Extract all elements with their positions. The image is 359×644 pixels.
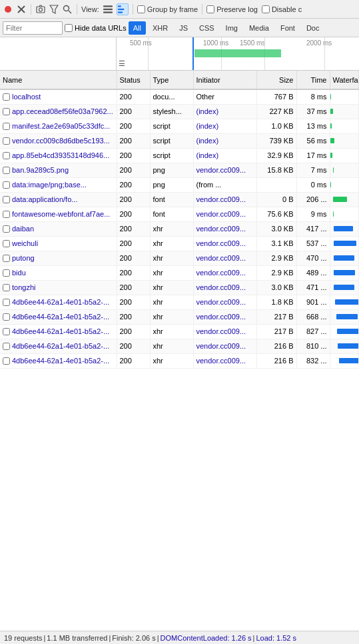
- name-text[interactable]: manifest.2ae2e69a05c33dfc...: [12, 122, 110, 130]
- search-icon[interactable]: [62, 4, 73, 15]
- name-text[interactable]: tongzhi: [12, 283, 35, 291]
- name-text[interactable]: 4db6ee44-62a1-4e01-b5a2-...: [12, 327, 109, 335]
- disable-cache-checkbox[interactable]: Disable c: [262, 5, 302, 13]
- table-row[interactable]: fontawesome-webfont.af7ae...200fontvendo…: [0, 207, 359, 221]
- clear-icon[interactable]: [16, 4, 27, 15]
- initiator-link[interactable]: vendor.cc009...: [196, 357, 246, 365]
- col-header-initiator[interactable]: Initiator: [193, 71, 256, 89]
- name-text[interactable]: daiban: [12, 225, 34, 233]
- row-checkbox[interactable]: [3, 255, 10, 262]
- initiator-link[interactable]: vendor.cc009...: [196, 283, 246, 291]
- row-checkbox[interactable]: [3, 137, 10, 145]
- row-checkbox[interactable]: [3, 123, 10, 130]
- table-row[interactable]: data:image/png;base...200png(from ...0 m…: [0, 177, 359, 192]
- name-text[interactable]: ban.9a289c5.png: [12, 166, 69, 174]
- row-checkbox[interactable]: [3, 108, 10, 115]
- row-checkbox[interactable]: [3, 343, 10, 350]
- table-row[interactable]: data:application/fo...200fontvendor.cc00…: [0, 192, 359, 207]
- col-header-name[interactable]: Name: [0, 71, 117, 89]
- name-text[interactable]: 4db6ee44-62a1-4e01-b5a2-...: [12, 298, 109, 306]
- preserve-log-checkbox[interactable]: Preserve log: [206, 5, 258, 13]
- row-checkbox[interactable]: [3, 313, 10, 321]
- name-text[interactable]: app.cecead08ef56fe03a7962...: [12, 107, 113, 115]
- table-row[interactable]: vendor.cc009c8d6dbe5c193...200script(ind…: [0, 133, 359, 148]
- initiator-link[interactable]: vendor.cc009...: [196, 254, 246, 262]
- table-row[interactable]: manifest.2ae2e69a05c33dfc...200script(in…: [0, 119, 359, 133]
- filter-img-btn[interactable]: Img: [221, 21, 242, 35]
- table-row[interactable]: daiban200xhrvendor.cc009...3.0 KB417 ...: [0, 221, 359, 236]
- filter-css-btn[interactable]: CSS: [194, 21, 219, 35]
- initiator-link[interactable]: vendor.cc009...: [196, 166, 246, 174]
- row-checkbox[interactable]: [3, 211, 10, 218]
- initiator-link[interactable]: (index): [196, 137, 219, 145]
- filter-all-btn[interactable]: All: [129, 21, 146, 35]
- filter-xhr-btn[interactable]: XHR: [148, 21, 173, 35]
- row-checkbox[interactable]: [3, 269, 10, 277]
- table-row[interactable]: app.cecead08ef56fe03a7962...200stylesh..…: [0, 104, 359, 119]
- initiator-link[interactable]: (index): [196, 151, 219, 159]
- filter-js-btn[interactable]: JS: [175, 21, 192, 35]
- name-text[interactable]: 4db6ee44-62a1-4e01-b5a2-...: [12, 357, 109, 365]
- table-row[interactable]: 4db6ee44-62a1-4e01-b5a2-...200xhrvendor.…: [0, 353, 359, 368]
- waterfall-view-btn[interactable]: [117, 3, 129, 15]
- name-text[interactable]: data:application/fo...: [12, 195, 77, 203]
- initiator-link[interactable]: vendor.cc009...: [196, 313, 246, 321]
- table-row[interactable]: 4db6ee44-62a1-4e01-b5a2-...200xhrvendor.…: [0, 309, 359, 324]
- table-row[interactable]: putong200xhrvendor.cc009...2.9 KB470 ...: [0, 251, 359, 265]
- list-view-btn[interactable]: [102, 3, 114, 15]
- name-text[interactable]: 4db6ee44-62a1-4e01-b5a2-...: [12, 342, 109, 350]
- initiator-link[interactable]: vendor.cc009...: [196, 342, 246, 350]
- name-text[interactable]: localhost: [12, 93, 41, 101]
- row-checkbox[interactable]: [3, 357, 10, 365]
- initiator-link[interactable]: (index): [196, 107, 219, 115]
- row-checkbox[interactable]: [3, 181, 10, 189]
- initiator-link[interactable]: vendor.cc009...: [196, 195, 246, 203]
- row-checkbox[interactable]: [3, 225, 10, 233]
- name-text[interactable]: putong: [12, 254, 35, 262]
- table-row[interactable]: bidu200xhrvendor.cc009...2.9 KB489 ...: [0, 265, 359, 280]
- table-row[interactable]: app.85eb4cd39353148d946...200script(inde…: [0, 148, 359, 163]
- initiator-link[interactable]: vendor.cc009...: [196, 298, 246, 306]
- initiator-link[interactable]: vendor.cc009...: [196, 210, 246, 218]
- table-row[interactable]: 4db6ee44-62a1-4e01-b5a2-...200xhrvendor.…: [0, 324, 359, 339]
- name-text[interactable]: app.85eb4cd39353148d946...: [12, 151, 109, 159]
- name-text[interactable]: fontawesome-webfont.af7ae...: [12, 210, 110, 218]
- name-text[interactable]: bidu: [12, 269, 26, 277]
- col-header-size[interactable]: Size: [256, 71, 296, 89]
- filter-media-btn[interactable]: Media: [244, 21, 274, 35]
- table-row[interactable]: 4db6ee44-62a1-4e01-b5a2-...200xhrvendor.…: [0, 295, 359, 309]
- col-header-type[interactable]: Type: [150, 71, 193, 89]
- row-checkbox[interactable]: [3, 152, 10, 159]
- table-row[interactable]: localhost200docu...Other767 B8 ms: [0, 89, 359, 104]
- filter-icon[interactable]: [49, 4, 59, 15]
- name-text[interactable]: weichuli: [12, 239, 38, 247]
- col-header-status[interactable]: Status: [117, 71, 150, 89]
- initiator-link[interactable]: vendor.cc009...: [196, 225, 246, 233]
- name-text[interactable]: vendor.cc009c8d6dbe5c193...: [12, 137, 110, 145]
- name-text[interactable]: data:image/png;base...: [12, 181, 87, 189]
- col-header-time[interactable]: Time: [296, 71, 330, 89]
- initiator-link[interactable]: vendor.cc009...: [196, 269, 246, 277]
- initiator-link[interactable]: (index): [196, 122, 219, 130]
- filter-doc-btn[interactable]: Doc: [302, 21, 324, 35]
- filter-input[interactable]: [3, 21, 63, 35]
- filter-font-btn[interactable]: Font: [276, 21, 300, 35]
- table-row[interactable]: ban.9a289c5.png200pngvendor.cc009...15.8…: [0, 163, 359, 177]
- name-text[interactable]: 4db6ee44-62a1-4e01-b5a2-...: [12, 313, 109, 321]
- table-row[interactable]: tongzhi200xhrvendor.cc009...3.0 KB471 ..…: [0, 280, 359, 295]
- row-checkbox[interactable]: [3, 93, 10, 101]
- row-checkbox[interactable]: [3, 299, 10, 306]
- initiator-link[interactable]: vendor.cc009...: [196, 239, 246, 247]
- row-checkbox[interactable]: [3, 167, 10, 174]
- row-checkbox[interactable]: [3, 196, 10, 203]
- group-by-frame-checkbox[interactable]: Group by frame: [137, 5, 198, 13]
- table-row[interactable]: weichuli200xhrvendor.cc009...3.1 KB537 .…: [0, 236, 359, 251]
- col-header-waterfall[interactable]: Waterfall: [330, 71, 359, 89]
- row-checkbox[interactable]: [3, 328, 10, 335]
- record-icon[interactable]: [3, 4, 13, 15]
- row-checkbox[interactable]: [3, 240, 10, 247]
- row-checkbox[interactable]: [3, 284, 10, 291]
- table-row[interactable]: 4db6ee44-62a1-4e01-b5a2-...200xhrvendor.…: [0, 339, 359, 353]
- hide-data-urls-checkbox[interactable]: Hide data URLs: [65, 24, 127, 32]
- camera-icon[interactable]: [35, 4, 46, 15]
